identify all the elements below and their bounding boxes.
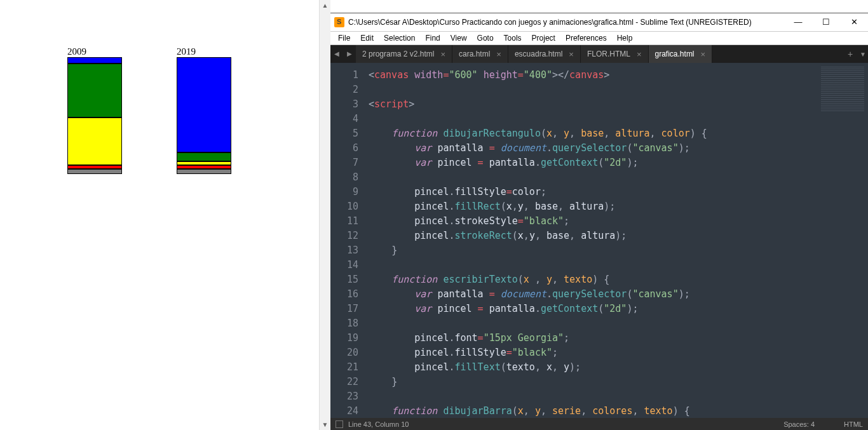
menu-find[interactable]: Find	[420, 32, 445, 44]
code-line[interactable]	[369, 389, 817, 404]
status-bar: Line 43, Column 10 Spaces: 4 HTML	[330, 418, 868, 430]
status-position[interactable]: Line 43, Column 10	[348, 420, 409, 428]
line-number[interactable]: 5	[330, 126, 358, 141]
code-line[interactable]: function dibujarRectangulo(x, y, base, a…	[369, 126, 817, 141]
code-line[interactable]: var pincel = pantalla.getContext("2d");	[369, 156, 817, 170]
line-number[interactable]: 22	[330, 375, 358, 389]
tab-2-programa-2-v2-html[interactable]: 2 programa 2 v2.html×	[356, 45, 452, 63]
titlebar[interactable]: C:\Users\César A\Desktop\Curso Practican…	[330, 13, 868, 32]
bar-segment	[67, 169, 122, 174]
tab-close-icon[interactable]: ×	[701, 50, 706, 59]
new-tab-button[interactable]: +	[843, 49, 858, 59]
code-line[interactable]	[369, 112, 817, 126]
line-number[interactable]: 15	[330, 272, 358, 287]
canvas-output: 20092019	[13, 13, 318, 267]
line-number[interactable]: 10	[330, 199, 358, 214]
tab-dropdown-icon[interactable]: ▼	[858, 51, 868, 58]
editor-area[interactable]: 123456789101112131415161718192021222324 …	[330, 63, 868, 418]
line-number[interactable]: 14	[330, 258, 358, 272]
tab-close-icon[interactable]: ×	[637, 50, 642, 59]
menu-project[interactable]: Project	[527, 32, 560, 44]
menu-selection[interactable]: Selection	[379, 32, 420, 44]
code-line[interactable]: pincel.fillText(texto, x, y);	[369, 360, 817, 375]
menu-preferences[interactable]: Preferences	[560, 32, 612, 44]
code-line[interactable]: pincel.fillStyle=color;	[369, 185, 817, 199]
browser-scrollbar[interactable]: ▲ ▼	[319, 0, 330, 430]
code-line[interactable]: pincel.fillRect(x,y, base, altura);	[369, 199, 817, 214]
tab-cara-html[interactable]: cara.html×	[452, 45, 508, 63]
code-line[interactable]: <canvas width="600" height="400"></canva…	[369, 68, 817, 83]
code-line[interactable]	[369, 258, 817, 272]
menu-help[interactable]: Help	[612, 32, 638, 44]
tab-close-icon[interactable]: ×	[440, 50, 445, 59]
code-line[interactable]: var pincel = pantalla.getContext("2d");	[369, 302, 817, 316]
bar-segment	[67, 64, 122, 118]
code-line[interactable]: var pantalla = document.querySelector("c…	[369, 287, 817, 302]
minimap[interactable]	[817, 63, 868, 418]
line-number[interactable]: 4	[330, 112, 358, 126]
menu-tools[interactable]: Tools	[499, 32, 527, 44]
line-number[interactable]: 3	[330, 97, 358, 112]
code-line[interactable]: }	[369, 243, 817, 258]
tab-escuadra-html[interactable]: escuadra.html×	[508, 45, 581, 63]
code-line[interactable]: function escribirTexto(x , y, texto) {	[369, 272, 817, 287]
status-spaces[interactable]: Spaces: 4	[783, 420, 815, 428]
tab-close-icon[interactable]: ×	[496, 50, 501, 59]
menu-view[interactable]: View	[445, 32, 472, 44]
code-line[interactable]: <script>	[369, 97, 817, 112]
line-gutter[interactable]: 123456789101112131415161718192021222324	[330, 63, 363, 418]
status-checkbox[interactable]	[336, 420, 343, 428]
line-number[interactable]: 19	[330, 331, 358, 346]
tab-nav-left-icon[interactable]: ◀	[330, 45, 343, 63]
tab-grafica-html[interactable]: grafica.html×	[649, 45, 713, 63]
line-number[interactable]: 13	[330, 243, 358, 258]
code-line[interactable]: function dibujarBarra(x, y, serie, color…	[369, 404, 817, 418]
code-line[interactable]: }	[369, 375, 817, 389]
line-number[interactable]: 20	[330, 346, 358, 360]
minimize-button[interactable]: ―	[784, 13, 812, 31]
tab-nav-right-icon[interactable]: ▶	[343, 45, 356, 63]
code-line[interactable]	[369, 170, 817, 185]
bar-label: 2019	[177, 46, 196, 57]
code-line[interactable]	[369, 316, 817, 331]
line-number[interactable]: 21	[330, 360, 358, 375]
code-line[interactable]: pincel.strokeRect(x,y, base, altura);	[369, 229, 817, 243]
menu-edit[interactable]: Edit	[355, 32, 379, 44]
code-line[interactable]: var pantalla = document.querySelector("c…	[369, 141, 817, 156]
tab-flor-html[interactable]: FLOR.HTML×	[581, 45, 649, 63]
line-number[interactable]: 24	[330, 404, 358, 418]
scroll-up-icon[interactable]: ▲	[320, 0, 330, 11]
status-lang[interactable]: HTML	[844, 420, 863, 428]
tab-close-icon[interactable]: ×	[569, 50, 574, 59]
line-number[interactable]: 11	[330, 214, 358, 229]
menu-file[interactable]: File	[333, 32, 355, 44]
bar-segment	[67, 57, 122, 64]
window-title: C:\Users\César A\Desktop\Curso Practican…	[348, 18, 784, 27]
line-number[interactable]: 1	[330, 68, 358, 83]
tab-label: FLOR.HTML	[587, 50, 630, 58]
code-line[interactable]	[369, 83, 817, 97]
line-number[interactable]: 23	[330, 389, 358, 404]
code-line[interactable]: pincel.fillStyle="black";	[369, 346, 817, 360]
code-editor[interactable]: <canvas width="600" height="400"></canva…	[363, 63, 817, 418]
line-number[interactable]: 17	[330, 302, 358, 316]
menu-goto[interactable]: Goto	[472, 32, 499, 44]
scroll-down-icon[interactable]: ▼	[320, 419, 330, 430]
line-number[interactable]: 16	[330, 287, 358, 302]
line-number[interactable]: 6	[330, 141, 358, 156]
minimap-content	[821, 67, 864, 111]
menu-bar: FileEditSelectionFindViewGotoToolsProjec…	[330, 32, 868, 45]
line-number[interactable]: 9	[330, 185, 358, 199]
line-number[interactable]: 2	[330, 83, 358, 97]
browser-viewport: 20092019 ▲ ▼	[0, 0, 330, 430]
line-number[interactable]: 18	[330, 316, 358, 331]
line-number[interactable]: 8	[330, 170, 358, 185]
maximize-button[interactable]: ☐	[812, 13, 840, 31]
bar-segment	[177, 152, 231, 161]
line-number[interactable]: 12	[330, 229, 358, 243]
close-button[interactable]: ✕	[840, 13, 868, 31]
line-number[interactable]: 7	[330, 156, 358, 170]
code-line[interactable]: pincel.font="15px Georgia";	[369, 331, 817, 346]
bar-segment	[67, 118, 122, 165]
code-line[interactable]: pincel.strokeStyle="black";	[369, 214, 817, 229]
